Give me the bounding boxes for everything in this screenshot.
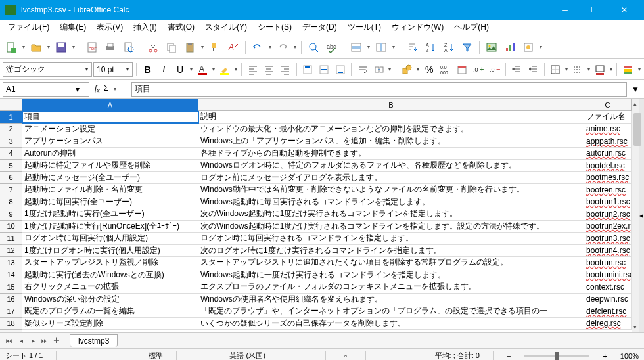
- border-style-button[interactable]: [570, 61, 586, 78]
- row-button[interactable]: [348, 39, 365, 56]
- font-size-combo[interactable]: ▾: [93, 62, 133, 77]
- new-dropdown[interactable]: ▾: [21, 44, 26, 50]
- borders-dropdown[interactable]: ▾: [564, 66, 569, 72]
- find-button[interactable]: [305, 39, 322, 56]
- row-header-5[interactable]: 5: [0, 160, 22, 172]
- cell[interactable]: bootrun.rsc: [584, 257, 632, 269]
- cell[interactable]: 起動時にファイル削除・名前変更: [22, 184, 198, 196]
- cell[interactable]: Windows起動時に一度だけ実行されるコマンドラインを指定します。: [198, 269, 584, 281]
- row-header-11[interactable]: 11: [0, 233, 22, 245]
- font-name-dropdown[interactable]: ▾: [81, 63, 91, 76]
- status-lang[interactable]: 英語 (米国): [229, 351, 265, 360]
- minimize-button[interactable]: ─: [550, 0, 580, 20]
- autofilter-button[interactable]: [459, 39, 476, 56]
- align-center-button[interactable]: [262, 61, 277, 78]
- cell[interactable]: 1度だけログオン時に実行(個人用設定): [22, 245, 198, 257]
- cell[interactable]: 次のWindows起動時に1度だけ実行されるコマンドラインを指定します。設定の方…: [198, 221, 584, 233]
- cell[interactable]: delreg.rsc: [584, 318, 632, 330]
- cell[interactable]: 右クリックメニューの拡張: [22, 281, 198, 293]
- cell[interactable]: 次のWindows起動時に1度だけ実行されるコマンドラインを指定します。: [198, 208, 584, 220]
- cell[interactable]: 起動時に実行(過去のWindowsとの互換): [22, 269, 198, 281]
- row-header-10[interactable]: 10: [0, 221, 22, 233]
- clone-formatting-button[interactable]: [206, 39, 223, 56]
- maximize-button[interactable]: ☐: [580, 0, 609, 20]
- cell[interactable]: context.rsc: [584, 281, 632, 293]
- font-name-input[interactable]: [3, 63, 81, 76]
- status-summary[interactable]: 平均: ; 合計: 0: [435, 351, 480, 360]
- borders-button[interactable]: [548, 61, 563, 78]
- underline-button[interactable]: U: [173, 61, 188, 78]
- menu-data[interactable]: データ(D): [297, 22, 342, 33]
- row-header-3[interactable]: 3: [0, 135, 22, 148]
- cell[interactable]: bootrun3.rsc: [584, 233, 632, 244]
- name-box-dropdown[interactable]: ▾: [76, 85, 80, 94]
- conditional-button[interactable]: [620, 61, 635, 78]
- percent-button[interactable]: %: [422, 61, 437, 78]
- cell[interactable]: ログオン前にメッセージダイアログを表示します。: [198, 172, 584, 184]
- col-header-B[interactable]: B: [198, 99, 584, 111]
- copy-button[interactable]: [163, 39, 180, 56]
- number-button[interactable]: 0.0000: [438, 61, 453, 78]
- increase-indent-button[interactable]: [509, 61, 524, 78]
- del-decimal-button[interactable]: .0−: [487, 61, 502, 78]
- cell[interactable]: スタートアップレジストリ監視／削除: [22, 257, 198, 269]
- currency-button[interactable]: [400, 61, 415, 78]
- row-header-15[interactable]: 15: [0, 281, 22, 294]
- cell[interactable]: Windows動作中では名前変更・削除できないようなファイルの名前変更・削除を行…: [198, 184, 584, 196]
- row-header-16[interactable]: 16: [0, 294, 22, 306]
- cell[interactable]: 項目: [22, 111, 198, 123]
- tab-prev-button[interactable]: ◂: [16, 335, 26, 346]
- zoom-slider[interactable]: [524, 355, 589, 357]
- cell[interactable]: スタートアップレジストリに追加されたくない項目を削除する常駐プログラムの設定。: [198, 257, 584, 269]
- decrease-indent-button[interactable]: [526, 61, 541, 78]
- insert-object-button[interactable]: [520, 39, 537, 56]
- row-header-13[interactable]: 13: [0, 257, 22, 269]
- border-color-dropdown[interactable]: ▾: [609, 66, 613, 72]
- cell[interactable]: 「既定のブラウザ」や、インターネットオプションの「プログラム」の設定で選択できる…: [198, 305, 584, 317]
- cell[interactable]: apppath.rsc: [584, 135, 632, 147]
- status-selection-mode[interactable]: ▫: [339, 352, 352, 360]
- insert-chart-button[interactable]: [501, 39, 518, 56]
- cell[interactable]: 起動時にメッセージ(全ユーザー): [22, 172, 198, 184]
- sort-button[interactable]: [403, 39, 421, 56]
- menu-tools[interactable]: ツール(T): [342, 22, 386, 33]
- tab-first-button[interactable]: ⏮: [4, 335, 14, 346]
- menu-style[interactable]: スタイル(Y): [200, 22, 252, 33]
- cell[interactable]: 1度だけ起動時に実行(全ユーザー): [22, 208, 198, 220]
- row-header-8[interactable]: 8: [0, 196, 22, 209]
- export-pdf-button[interactable]: PDF: [83, 39, 101, 56]
- align-middle-button[interactable]: [317, 61, 332, 78]
- add-sheet-button[interactable]: +: [51, 335, 62, 346]
- row-header-9[interactable]: 9: [0, 208, 22, 221]
- fx-icon[interactable]: fx: [95, 83, 100, 94]
- cell[interactable]: Windows上の「アプリケーションパス」を追加・編集・削除します。: [198, 135, 584, 147]
- cell[interactable]: bootrun2ex.r: [584, 221, 632, 233]
- menu-window[interactable]: ウィンドウ(W): [386, 22, 449, 33]
- save-dropdown[interactable]: ▾: [71, 44, 76, 50]
- conditional-dropdown[interactable]: ▾: [637, 66, 641, 72]
- cell[interactable]: Autorunの抑制: [22, 148, 198, 160]
- row-header-7[interactable]: 7: [0, 184, 22, 196]
- col-dropdown[interactable]: ▾: [391, 44, 396, 50]
- cell[interactable]: 説明: [198, 111, 584, 123]
- sort-asc-button[interactable]: AZ: [422, 39, 439, 56]
- close-button[interactable]: ✕: [609, 0, 639, 20]
- cell[interactable]: Windows起動時に毎回実行されるコマンドラインを指定します。: [198, 196, 584, 208]
- highlight-button[interactable]: [217, 61, 232, 78]
- menu-help[interactable]: ヘルプ(H): [449, 22, 494, 33]
- cell[interactable]: defclent.rsc: [584, 305, 632, 317]
- open-button[interactable]: [28, 39, 45, 56]
- align-top-button[interactable]: [300, 61, 315, 78]
- save-button[interactable]: [53, 39, 70, 56]
- sheet-tab[interactable]: lvcstmp3: [70, 334, 118, 347]
- italic-button[interactable]: I: [156, 61, 172, 78]
- align-bottom-button[interactable]: [333, 61, 348, 78]
- cell[interactable]: 疑似シリーズ設定削除: [22, 318, 198, 330]
- wrap-button[interactable]: [355, 61, 370, 78]
- menu-view[interactable]: 表示(V): [91, 22, 128, 33]
- print-preview-button[interactable]: [120, 39, 137, 56]
- font-name-combo[interactable]: ▾: [3, 62, 92, 77]
- font-color-button[interactable]: A: [195, 61, 210, 78]
- align-left-button[interactable]: [245, 61, 260, 78]
- border-color-button[interactable]: [592, 61, 607, 78]
